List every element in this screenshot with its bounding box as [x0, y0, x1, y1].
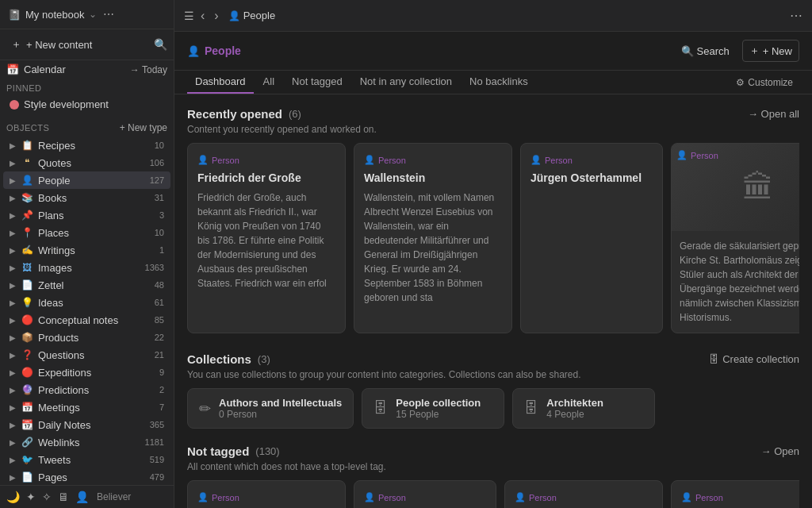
- sidebar-item-recipes[interactable]: ▶ 📋 Recipes 10: [3, 137, 170, 154]
- calendar-item[interactable]: 📅 Calendar: [6, 64, 66, 75]
- meetings-icon: 📅: [21, 401, 33, 414]
- sidebar-item-label-quotes: Quotes: [38, 157, 145, 169]
- expand-icon: ▶: [10, 298, 16, 307]
- sidebar-calendar-row: 📅 Calendar → Today: [0, 60, 174, 79]
- recently-opened-card-3[interactable]: 🏛 👤Person Gerade die säkularisiert geprä…: [671, 143, 799, 333]
- sidebar-item-books[interactable]: ▶ 📚 Books 31: [3, 189, 170, 206]
- sidebar-item-count-zettel: 48: [155, 280, 164, 290]
- sidebar-menu-button[interactable]: ⋯: [102, 6, 116, 22]
- expand-icon: ▶: [10, 386, 16, 394]
- sidebar-item-quotes[interactable]: ▶ ❝ Quotes 106: [3, 154, 170, 171]
- sidebar-item-questions[interactable]: ▶ ❓ Questions 21: [3, 346, 170, 364]
- collection-card-1[interactable]: 🗄 People collection 15 People: [362, 388, 504, 429]
- not-tagged-badge-1: 👤 Person: [364, 492, 406, 502]
- card-body-3: Gerade die säkularisiert geprägte Kirche…: [680, 239, 799, 325]
- desktop-icon-button[interactable]: 🖥: [58, 491, 69, 503]
- sidebar-item-pages[interactable]: ▶ 📄 Pages 479: [3, 468, 170, 485]
- collection-name-2: Architekten: [546, 397, 603, 409]
- sidebar-item-count-expeditions: 9: [159, 368, 164, 377]
- collection-card-0[interactable]: ✏ Authors and Intellectuals 0 Person: [187, 388, 354, 429]
- sidebar-item-label-images: Images: [38, 262, 140, 274]
- recently-opened-card-1[interactable]: 👤 Person Wallenstein Wallenstein, mit vo…: [354, 143, 512, 333]
- sidebar-item-label-plans: Plans: [38, 210, 155, 221]
- sidebar-item-people[interactable]: ▶ 👤 People 127: [3, 171, 170, 189]
- sidebar-item-places[interactable]: ▶ 📍 Places 10: [3, 224, 170, 241]
- page-header: 👤 People 🔍 Search ＋ + New: [174, 32, 812, 71]
- expand-icon: ▶: [10, 194, 16, 202]
- sidebar: 📓 My notebook ⌄ ⋯ ＋ + New content 🔍 📅 Ca…: [0, 0, 174, 508]
- person-badge-icon-0: 👤: [197, 155, 209, 165]
- tab-dashboard[interactable]: Dashboard: [187, 71, 254, 94]
- sidebar-item-images[interactable]: ▶ 🖼 Images 1363: [3, 259, 170, 276]
- sidebar-search-button[interactable]: 🔍: [154, 38, 167, 51]
- sidebar-item-predictions[interactable]: ▶ 🔮 Predictions 2: [3, 381, 170, 398]
- new-content-button[interactable]: ＋ + New content: [6, 34, 149, 55]
- sidebar-item-products[interactable]: ▶ 📦 Products 22: [3, 329, 170, 346]
- sidebar-item-label-writings: Writings: [38, 244, 155, 256]
- tab-all[interactable]: All: [255, 71, 282, 94]
- predictions-icon: 🔮: [21, 383, 33, 396]
- sidebar-item-conceptual[interactable]: ▶ 🔴 Conceptual notes 85: [3, 311, 170, 329]
- new-button[interactable]: ＋ + New: [742, 40, 799, 62]
- settings-icon-button[interactable]: ✦: [26, 491, 36, 503]
- forward-button[interactable]: ›: [211, 7, 221, 25]
- recently-opened-card-0[interactable]: 👤 Person Friedrich der Große Friedrich d…: [187, 143, 346, 333]
- new-type-button[interactable]: + New type: [120, 122, 167, 133]
- sidebar-item-label-people: People: [38, 175, 145, 187]
- search-button[interactable]: 🔍 Search: [675, 42, 736, 60]
- not-tagged-card-3[interactable]: 👤 Person PKMBeth: [671, 480, 799, 508]
- card-title-2: Jürgen Osterhammel: [530, 171, 653, 184]
- new-label: + New: [763, 45, 792, 57]
- page-title: People: [205, 44, 241, 57]
- expand-icon: ▶: [10, 281, 16, 290]
- user-icon-button[interactable]: 👤: [75, 491, 89, 503]
- open-all-button[interactable]: → Open all: [748, 108, 799, 120]
- customize-label: Customize: [748, 77, 793, 88]
- back-button[interactable]: ‹: [197, 7, 208, 25]
- sidebar-item-writings[interactable]: ▶ ✍ Writings 1: [3, 241, 170, 259]
- recently-opened-subtitle: Content you recently opened and worked o…: [187, 124, 799, 135]
- sidebar-item-tweets[interactable]: ▶ 🐦 Tweets 519: [3, 451, 170, 468]
- sidebar-item-count-conceptual: 85: [155, 315, 164, 325]
- today-button[interactable]: → Today: [130, 64, 167, 75]
- create-collection-header-button[interactable]: 🗄 Create collection: [709, 353, 799, 365]
- sidebar-item-label-books: Books: [38, 192, 150, 204]
- topbar-more-button[interactable]: ⋯: [790, 8, 802, 23]
- not-tagged-open-button[interactable]: → Open: [761, 445, 799, 457]
- sidebar-item-plans[interactable]: ▶ 📌 Plans 3: [3, 206, 170, 224]
- recently-opened-section: Recently opened (6) → Open all Content y…: [187, 107, 799, 337]
- list-view-button[interactable]: ☰: [184, 10, 194, 22]
- writings-icon: ✍: [21, 244, 33, 256]
- sidebar-item-zettel[interactable]: ▶ 📄 Zettel 48: [3, 276, 170, 294]
- collections-subtitle: You can use collections to group your co…: [187, 369, 799, 380]
- sidebar-item-meetings[interactable]: ▶ 📅 Meetings 7: [3, 398, 170, 416]
- sidebar-item-ideas[interactable]: ▶ 💡 Ideas 61: [3, 294, 170, 311]
- moon-icon-button[interactable]: 🌙: [6, 491, 20, 503]
- sidebar-item-label-conceptual: Conceptual notes: [38, 314, 150, 326]
- sidebar-pinned-section: Pinned Style development: [0, 79, 174, 114]
- recently-opened-card-2[interactable]: 👤 Person Jürgen Osterhammel: [520, 143, 663, 333]
- not-tagged-section: Not tagged (130) → Open All content whic…: [187, 444, 799, 508]
- collections-grid: ✏ Authors and Intellectuals 0 Person 🗄 P…: [187, 388, 799, 429]
- tab-not-tagged[interactable]: Not tagged: [284, 71, 350, 94]
- collection-count-2: 4 People: [546, 409, 603, 420]
- not-tagged-card-2[interactable]: 👤 Person Wallenstein Wallenstein, mit vo…: [504, 480, 663, 508]
- collection-card-2[interactable]: 🗄 Architekten 4 People: [512, 388, 655, 429]
- pinned-item-style-development[interactable]: Style development: [6, 96, 167, 113]
- sidebar-item-expeditions[interactable]: ▶ 🔴 Expeditions 9: [3, 364, 170, 381]
- sidebar-item-count-dailynotes: 365: [150, 420, 164, 429]
- sidebar-item-dailynotes[interactable]: ▶ 📆 Daily Notes 365: [3, 416, 170, 433]
- person-badge-icon-1: 👤: [364, 155, 375, 165]
- sidebar-item-count-quotes: 106: [150, 158, 164, 167]
- customize-button[interactable]: ⚙ Customize: [730, 74, 799, 91]
- tab-no-backlinks[interactable]: No backlinks: [462, 71, 536, 94]
- not-tagged-card-1[interactable]: 👤 Person Karl V.: [354, 480, 496, 508]
- tab-not-in-collection[interactable]: Not in any collection: [352, 71, 460, 94]
- sidebar-item-count-products: 22: [155, 333, 164, 342]
- sidebar-title: My notebook: [25, 9, 84, 21]
- sidebar-item-count-images: 1363: [145, 263, 164, 272]
- not-tagged-card-0[interactable]: 👤 Person Friedrich der Große Friedrich d…: [187, 480, 346, 508]
- sparkle-icon-button[interactable]: ✧: [42, 491, 52, 503]
- sidebar-item-weblinks[interactable]: ▶ 🔗 Weblinks 1181: [3, 433, 170, 451]
- places-icon: 📍: [21, 226, 33, 239]
